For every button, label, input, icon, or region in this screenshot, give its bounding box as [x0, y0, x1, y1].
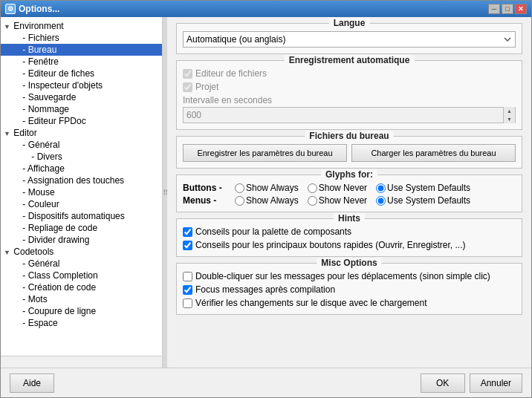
- glyphs-menus-row: Menus - Show Always Show Never Use Syste…: [183, 195, 516, 206]
- glyphs-legend: Glyphs for:: [321, 169, 377, 180]
- tree-item-couleur[interactable]: - Couleur: [1, 198, 162, 210]
- tree-item-sauvegarde[interactable]: - Sauvegarde: [1, 91, 162, 103]
- langue-dropdown[interactable]: Automatique (ou anglais)EnglishFrançaisD…: [183, 31, 516, 48]
- misc2-checkbox[interactable]: [183, 285, 192, 295]
- tree-item-espace[interactable]: - Espace: [1, 317, 162, 329]
- close-button[interactable]: ✕: [515, 4, 527, 14]
- editeur-fichiers-label: Editeur de fichiers: [195, 68, 267, 79]
- buttons-show-always-radio[interactable]: [235, 183, 244, 193]
- tree-label-bureau: - Bureau: [20, 45, 56, 55]
- minimize-button[interactable]: ─: [488, 4, 500, 14]
- hint1-checkbox[interactable]: [183, 227, 192, 237]
- interval-input[interactable]: [184, 108, 503, 123]
- tree-label-nommage: - Nommage: [20, 104, 69, 114]
- misc2-row: Focus messages après compilation: [183, 284, 516, 295]
- hints-legend: Hints: [334, 213, 365, 224]
- misc2-label: Focus messages après compilation: [195, 284, 335, 295]
- menus-show-never-radio[interactable]: [308, 196, 317, 206]
- tree-item-divers[interactable]: - Divers: [1, 151, 162, 163]
- enregistrement-legend: Enregistrement automatique: [285, 55, 415, 65]
- tree-item-nommage[interactable]: - Nommage: [1, 103, 162, 115]
- tree-item-inspecteur-objets[interactable]: - Inspecteur d'objets: [1, 79, 162, 91]
- tree-label-fichiers: - Fichiers: [20, 33, 59, 43]
- menus-use-system-option: Use System Defaults: [376, 195, 470, 206]
- bottom-left: Aide: [10, 373, 54, 393]
- menus-use-system-radio[interactable]: [376, 196, 386, 206]
- main-content: ▼ Environment - Fichiers - Bureau - Fenê…: [1, 17, 531, 368]
- tree-item-affichage[interactable]: - Affichage: [1, 163, 162, 174]
- tree-item-environment[interactable]: ▼ Environment: [1, 20, 162, 32]
- tree-item-fichiers[interactable]: - Fichiers: [1, 32, 162, 44]
- ok-button[interactable]: OK: [421, 373, 465, 393]
- tree-item-general-editor[interactable]: - Général: [1, 139, 162, 151]
- tree-item-divider-drawing[interactable]: - Divider drawing: [1, 234, 162, 246]
- hint1-label: Conseils pour la palette de composants: [195, 226, 351, 237]
- charger-params-button[interactable]: Charger les paramètres du bureau: [351, 144, 516, 162]
- tree-item-editeur-fpdoc[interactable]: - Editeur FPDoc: [1, 115, 162, 127]
- tree-item-creation-code[interactable]: - Création de code: [1, 281, 162, 293]
- misc-content: Double-cliquer sur les messages pour les…: [183, 271, 516, 308]
- interval-spin-up[interactable]: ▲: [504, 107, 515, 115]
- interval-label: Intervalle en secondes: [183, 95, 516, 105]
- buttons-show-always-option: Show Always: [235, 183, 299, 193]
- tree-item-general-codetools[interactable]: - Général: [1, 258, 162, 270]
- tree-item-bureau[interactable]: - Bureau: [1, 44, 162, 56]
- misc-section: Misc Options Double-cliquer sur les mess…: [176, 263, 522, 315]
- tree-item-mouse[interactable]: - Mouse: [1, 186, 162, 198]
- tree-label-environment: Environment: [11, 21, 64, 31]
- tree-item-assignation-touches[interactable]: - Assignation des touches: [1, 174, 162, 186]
- bottom-bar: Aide OK Annuler: [1, 368, 531, 397]
- buttons-show-never-radio[interactable]: [308, 183, 317, 193]
- tree-item-class-completion[interactable]: - Class Completion: [1, 270, 162, 281]
- fichiers-bureau-section: Fichiers du bureau Enregistrer les param…: [176, 136, 522, 169]
- horizontal-scrollbar[interactable]: [1, 356, 162, 368]
- tree-item-dispositifs-auto[interactable]: - Dispositifs automatiques: [1, 210, 162, 222]
- tree-label-couleur: - Couleur: [20, 199, 59, 209]
- aide-button[interactable]: Aide: [10, 373, 54, 393]
- tree-item-editor[interactable]: ▼ Editor: [1, 127, 162, 139]
- buttons-use-system-radio[interactable]: [376, 183, 386, 193]
- bureau-buttons: Enregistrer les paramètres du bureau Cha…: [183, 144, 516, 162]
- tree-label-mouse: - Mouse: [20, 187, 55, 198]
- glyphs-content: Buttons - Show Always Show Never Use Sys…: [183, 183, 516, 206]
- tree-item-repliage-code[interactable]: - Repliage de code: [1, 222, 162, 234]
- tree-label-editeur-fpdoc: - Editeur FPDoc: [20, 116, 86, 126]
- tree-container[interactable]: ▼ Environment - Fichiers - Bureau - Fenê…: [1, 17, 162, 356]
- interval-spin-down[interactable]: ▼: [504, 115, 515, 123]
- menus-show-always-radio[interactable]: [235, 196, 244, 206]
- menus-show-never-option: Show Never: [308, 195, 367, 206]
- menus-show-always-label: Show Always: [246, 195, 299, 206]
- menus-label: Menus -: [183, 195, 235, 206]
- buttons-show-always-label: Show Always: [246, 183, 299, 193]
- hint2-checkbox[interactable]: [183, 241, 192, 250]
- tree-item-coupure-ligne[interactable]: - Coupure de ligne: [1, 305, 162, 317]
- hints-section: Hints Conseils pour la palette de compos…: [176, 218, 522, 257]
- tree-item-fenetre[interactable]: - Fenêtre: [1, 56, 162, 68]
- projet-label: Projet: [195, 82, 218, 92]
- left-panel: ▼ Environment - Fichiers - Bureau - Fenê…: [1, 17, 163, 368]
- langue-content: Automatique (ou anglais)EnglishFrançaisD…: [183, 31, 516, 48]
- editeur-fichiers-checkbox[interactable]: [183, 69, 192, 79]
- misc1-checkbox[interactable]: [183, 272, 192, 281]
- tree-item-editeur-fiches[interactable]: - Editeur de fiches: [1, 68, 162, 79]
- annuler-button[interactable]: Annuler: [470, 373, 522, 393]
- interval-row: Intervalle en secondes ▲ ▼: [183, 95, 516, 123]
- menus-use-system-label: Use System Defaults: [387, 195, 470, 206]
- tree-item-codetools[interactable]: ▼ Codetools: [1, 246, 162, 258]
- enregistrement-section: Enregistrement automatique Editeur de fi…: [176, 60, 522, 130]
- interval-input-wrapper: ▲ ▼: [183, 107, 516, 123]
- misc3-checkbox[interactable]: [183, 298, 192, 308]
- glyphs-section: Glyphs for: Buttons - Show Always Show N…: [176, 174, 522, 212]
- maximize-button[interactable]: □: [502, 4, 513, 14]
- tree-label-creation-code: - Création de code: [20, 282, 96, 293]
- tree-label-codetools: Codetools: [11, 247, 53, 257]
- enregistrer-params-button[interactable]: Enregistrer les paramètres du bureau: [183, 144, 347, 162]
- tree-label-general-codetools: - Général: [20, 258, 59, 269]
- tree-item-mots[interactable]: - Mots: [1, 293, 162, 305]
- buttons-use-system-option: Use System Defaults: [376, 183, 470, 193]
- projet-checkbox[interactable]: [183, 82, 192, 92]
- buttons-show-never-label: Show Never: [319, 183, 367, 193]
- app-icon: ⚙: [5, 4, 16, 14]
- right-panel: Langue Automatique (ou anglais)EnglishFr…: [167, 17, 531, 368]
- hint2-row: Conseils pour les principaux boutons rap…: [183, 240, 516, 250]
